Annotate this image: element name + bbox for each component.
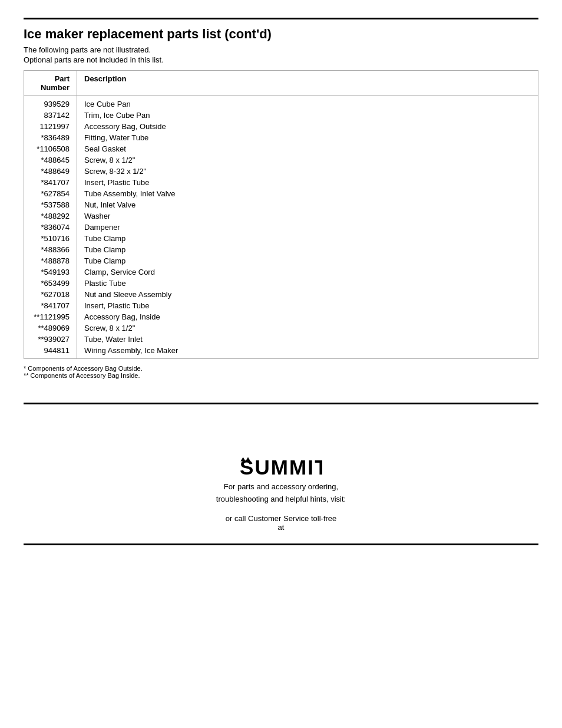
tagline-2: troubleshooting and helpful hints, visit… xyxy=(216,493,346,506)
part-desc-cell: Screw, 8 x 1/2" xyxy=(77,322,538,334)
table-row: 944811Wiring Assembly, Ice Maker xyxy=(24,345,538,359)
part-number-cell: *836074 xyxy=(24,222,77,233)
part-desc-cell: Plastic Tube xyxy=(77,278,538,289)
brand-tagline-text: For parts and accessory ordering, troubl… xyxy=(216,481,346,506)
table-row: 939529Ice Cube Pan xyxy=(24,96,538,110)
part-number-cell: 1121997 xyxy=(24,121,77,132)
col-desc-header: Description xyxy=(77,71,538,96)
part-desc-cell: Washer xyxy=(77,210,538,222)
part-desc-cell: Screw, 8-32 x 1/2" xyxy=(77,166,538,177)
part-number-cell: *653499 xyxy=(24,278,77,289)
svg-text:SUMMIT: SUMMIT xyxy=(240,456,322,479)
table-row: *1106508Seal Gasket xyxy=(24,143,538,154)
part-number-cell: **489069 xyxy=(24,322,77,334)
part-desc-cell: Tube, Water Inlet xyxy=(77,334,538,345)
tagline-4: at xyxy=(226,523,337,532)
part-number-cell: *488292 xyxy=(24,210,77,222)
tagline-1: For parts and accessory ordering, xyxy=(216,481,346,493)
part-desc-cell: Tube Clamp xyxy=(77,244,538,255)
part-desc-cell: Tube Clamp xyxy=(77,233,538,244)
table-row: *488649Screw, 8-32 x 1/2" xyxy=(24,166,538,177)
brand-area: SUMMIT For parts and accessory ordering,… xyxy=(24,452,538,532)
table-row: *836489Fitting, Water Tube xyxy=(24,132,538,143)
part-number-cell: *549193 xyxy=(24,266,77,278)
table-row: *488366Tube Clamp xyxy=(24,244,538,255)
part-number-cell: *488645 xyxy=(24,154,77,166)
footnote-2: ** Components of Accessory Bag Inside. xyxy=(24,372,538,379)
part-number-cell: *1106508 xyxy=(24,143,77,154)
table-row: *841707Insert, Plastic Tube xyxy=(24,177,538,188)
table-row: *537588Nut, Inlet Valve xyxy=(24,199,538,210)
part-desc-cell: Nut and Sleeve Assembly xyxy=(77,289,538,300)
part-desc-cell: Ice Cube Pan xyxy=(77,96,538,110)
table-row: *627854Tube Assembly, Inlet Valve xyxy=(24,188,538,199)
part-number-cell: *488878 xyxy=(24,255,77,266)
table-row: *627018Nut and Sleeve Assembly xyxy=(24,289,538,300)
footnotes-section: * Components of Accessory Bag Outside. *… xyxy=(24,365,538,379)
table-row: 1121997Accessory Bag, Outside xyxy=(24,121,538,132)
part-desc-cell: Wiring Assembly, Ice Maker xyxy=(77,345,538,359)
part-number-cell: *488366 xyxy=(24,244,77,255)
subtitle-1: The following parts are not illustrated. xyxy=(24,45,538,54)
part-number-cell: **939027 xyxy=(24,334,77,345)
part-number-cell: *537588 xyxy=(24,199,77,210)
table-row: **939027Tube, Water Inlet xyxy=(24,334,538,345)
table-row: 837142Trim, Ice Cube Pan xyxy=(24,110,538,121)
col-number-header: PartNumber xyxy=(24,71,77,96)
part-desc-cell: Tube Clamp xyxy=(77,255,538,266)
part-desc-cell: Trim, Ice Cube Pan xyxy=(77,110,538,121)
top-rule xyxy=(24,18,538,19)
part-number-cell: *627018 xyxy=(24,289,77,300)
table-row: *841707Insert, Plastic Tube xyxy=(24,300,538,311)
part-desc-cell: Clamp, Service Cord xyxy=(77,266,538,278)
part-desc-cell: Accessory Bag, Outside xyxy=(77,121,538,132)
part-number-cell: **1121995 xyxy=(24,311,77,322)
brand-logo: SUMMIT xyxy=(240,452,322,481)
tagline-3: or call Customer Service toll-free xyxy=(226,514,337,523)
part-number-cell: 944811 xyxy=(24,345,77,359)
part-number-cell: 837142 xyxy=(24,110,77,121)
bottom-section: SUMMIT For parts and accessory ordering,… xyxy=(24,403,538,545)
table-row: **1121995Accessory Bag, Inside xyxy=(24,311,538,322)
page-container: Ice maker replacement parts list (cont'd… xyxy=(0,0,562,563)
part-number-cell: *488649 xyxy=(24,166,77,177)
table-row: *488292Washer xyxy=(24,210,538,222)
part-number-cell: *627854 xyxy=(24,188,77,199)
summit-logo-svg: SUMMIT xyxy=(240,452,322,481)
part-desc-cell: Insert, Plastic Tube xyxy=(77,177,538,188)
part-desc-cell: Insert, Plastic Tube xyxy=(77,300,538,311)
part-number-cell: *510716 xyxy=(24,233,77,244)
table-row: **489069Screw, 8 x 1/2" xyxy=(24,322,538,334)
table-row: *653499Plastic Tube xyxy=(24,278,538,289)
part-desc-cell: Accessory Bag, Inside xyxy=(77,311,538,322)
part-number-cell: *841707 xyxy=(24,177,77,188)
page-title: Ice maker replacement parts list (cont'd… xyxy=(24,27,538,42)
part-number-cell: 939529 xyxy=(24,96,77,110)
part-desc-cell: Tube Assembly, Inlet Valve xyxy=(77,188,538,199)
parts-table: PartNumber Description 939529Ice Cube Pa… xyxy=(24,70,538,359)
part-desc-cell: Fitting, Water Tube xyxy=(77,132,538,143)
part-desc-cell: Dampener xyxy=(77,222,538,233)
table-row: *836074Dampener xyxy=(24,222,538,233)
table-row: *549193Clamp, Service Cord xyxy=(24,266,538,278)
table-row: *488645Screw, 8 x 1/2" xyxy=(24,154,538,166)
part-number-cell: *841707 xyxy=(24,300,77,311)
part-number-cell: *836489 xyxy=(24,132,77,143)
subtitle-2: Optional parts are not included in this … xyxy=(24,55,538,64)
table-row: *510716Tube Clamp xyxy=(24,233,538,244)
part-desc-cell: Seal Gasket xyxy=(77,143,538,154)
table-row: *488878Tube Clamp xyxy=(24,255,538,266)
footnote-1: * Components of Accessory Bag Outside. xyxy=(24,365,538,372)
brand-service-text: or call Customer Service toll-free at xyxy=(226,514,337,532)
part-desc-cell: Screw, 8 x 1/2" xyxy=(77,154,538,166)
part-desc-cell: Nut, Inlet Valve xyxy=(77,199,538,210)
